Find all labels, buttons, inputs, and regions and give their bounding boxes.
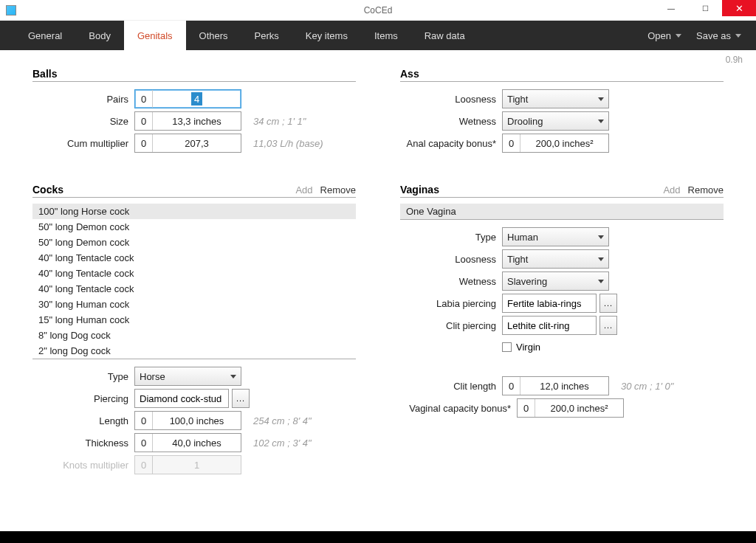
length-label: Length — [32, 415, 128, 426]
chevron-down-icon — [598, 257, 604, 261]
clitp-more[interactable]: ... — [599, 316, 617, 335]
tab-others[interactable]: Others — [186, 21, 241, 50]
vaginas-list: One Vagina — [400, 204, 724, 220]
balls-header: Balls — [32, 68, 356, 82]
thickness-label: Thickness — [32, 437, 128, 449]
cock-pierce-more[interactable]: ... — [232, 389, 250, 408]
list-item[interactable]: One Vagina — [400, 204, 724, 219]
list-item[interactable]: 50" long Demon cock — [32, 235, 356, 250]
list-item[interactable]: 100" long Horse cock — [32, 204, 356, 219]
vag-cap-label: Vaginal capacity bonus* — [400, 403, 511, 414]
tab-general[interactable]: General — [15, 21, 75, 50]
vaginas-header: Vaginas Add Remove — [400, 184, 724, 198]
app-icon — [6, 5, 16, 15]
maximize-button[interactable]: ☐ — [688, 0, 722, 16]
length-input[interactable]: 0 100,0 inches — [134, 411, 241, 430]
labia-input[interactable]: Fertite labia-rings — [502, 294, 597, 313]
thickness-input[interactable]: 0 40,0 inches — [134, 433, 241, 452]
vag-loose-combo[interactable]: Tight — [502, 249, 609, 269]
list-item[interactable]: 40" long Tentacle cock — [32, 250, 356, 266]
vaginas-add[interactable]: Add — [663, 184, 680, 196]
cocks-list: 100" long Horse cock 50" long Demon cock… — [32, 204, 356, 359]
clitlen-label: Clit length — [400, 381, 496, 392]
chevron-down-icon — [598, 120, 604, 123]
ass-header: Ass — [400, 68, 724, 82]
cock-type-label: Type — [32, 371, 128, 382]
knot-label: Knots multiplier — [32, 460, 128, 471]
cocks-remove[interactable]: Remove — [320, 184, 356, 196]
cum-input[interactable]: 0 207,3 — [134, 134, 241, 153]
size-hint: 34 cm ; 1' 1" — [253, 116, 306, 127]
size-input[interactable]: 0 13,3 inches — [134, 111, 241, 131]
list-item[interactable]: 50" long Demon cock — [32, 219, 356, 235]
labia-label: Labia piercing — [400, 298, 496, 309]
ass-loose-combo[interactable]: Tight — [502, 89, 609, 108]
chevron-down-icon — [735, 34, 741, 38]
vag-cap-input[interactable]: 0 200,0 inches² — [517, 398, 624, 418]
titlebar: CoCEd — ☐ ✕ — [0, 0, 756, 21]
knot-input: 0 1 — [134, 455, 241, 474]
vaginas-remove[interactable]: Remove — [688, 184, 724, 196]
cocks-header: Cocks Add Remove — [32, 184, 356, 198]
list-item[interactable]: 40" long Tentacle cock — [32, 266, 356, 281]
virgin-checkbox[interactable]: Virgin — [502, 336, 724, 357]
cum-hint: 11,03 L/h (base) — [253, 138, 323, 149]
size-label: Size — [32, 116, 128, 127]
cock-type-combo[interactable]: Horse — [134, 367, 241, 386]
list-item[interactable]: 8" long Dog cock — [32, 328, 356, 343]
ass-wet-combo[interactable]: Drooling — [502, 111, 609, 131]
vag-type-label: Type — [400, 232, 496, 243]
chevron-down-icon — [598, 97, 604, 101]
tab-body[interactable]: Body — [75, 21, 124, 50]
open-button[interactable]: Open — [640, 21, 689, 50]
list-item[interactable]: 15" long Human cock — [32, 312, 356, 328]
tab-perks[interactable]: Perks — [241, 21, 292, 50]
chevron-down-icon — [230, 375, 236, 378]
close-button[interactable]: ✕ — [722, 0, 756, 16]
clitp-input[interactable]: Lethite clit-ring — [502, 316, 597, 335]
ass-cap-label: Anal capacity bonus* — [400, 138, 496, 149]
clitlen-input[interactable]: 0 12,0 inches — [502, 376, 609, 395]
virgin-label: Virgin — [516, 342, 540, 353]
cock-pierce-label: Piercing — [32, 393, 128, 404]
thickness-hint: 102 cm ; 3' 4" — [253, 437, 312, 449]
save-as-label: Save as — [696, 30, 731, 41]
version-label: 0.9h — [0, 50, 756, 68]
pairs-label: Pairs — [32, 94, 128, 105]
tab-genitals[interactable]: Genitals — [124, 21, 186, 50]
list-item[interactable]: 30" long Human cock — [32, 297, 356, 312]
ass-cap-input[interactable]: 0 200,0 inches² — [502, 134, 609, 153]
save-as-button[interactable]: Save as — [689, 21, 749, 50]
cocks-add[interactable]: Add — [295, 184, 312, 196]
vag-loose-label: Loosness — [400, 254, 496, 265]
chevron-down-icon — [598, 235, 604, 239]
chevron-down-icon — [676, 34, 681, 38]
minimize-button[interactable]: — — [654, 0, 688, 16]
vag-wet-combo[interactable]: Slavering — [502, 272, 609, 291]
list-item[interactable]: 40" long Tentacle cock — [32, 281, 356, 297]
cum-label: Cum multiplier — [32, 138, 128, 149]
list-item[interactable]: 2" long Dog cock — [32, 343, 356, 359]
clitp-label: Clit piercing — [400, 320, 496, 331]
ass-loose-label: Loosness — [400, 94, 496, 105]
vag-type-combo[interactable]: Human — [502, 227, 609, 246]
ass-wet-label: Wetness — [400, 116, 496, 127]
labia-more[interactable]: ... — [599, 294, 617, 313]
chevron-down-icon — [598, 280, 604, 283]
pairs-input[interactable]: 0 4 — [134, 89, 241, 108]
clitlen-hint: 30 cm ; 1' 0" — [621, 381, 673, 392]
cock-pierce-input[interactable]: Diamond cock-stud — [134, 389, 229, 408]
tab-items[interactable]: Items — [361, 21, 411, 50]
checkbox-icon — [502, 342, 512, 352]
tab-key-items[interactable]: Key items — [292, 21, 361, 50]
navbar: General Body Genitals Others Perks Key i… — [0, 21, 756, 50]
window-title: CoCEd — [364, 5, 393, 15]
open-label: Open — [647, 30, 671, 41]
tab-raw-data[interactable]: Raw data — [411, 21, 478, 50]
vag-wet-label: Wetness — [400, 276, 496, 287]
length-hint: 254 cm ; 8' 4" — [253, 415, 312, 426]
